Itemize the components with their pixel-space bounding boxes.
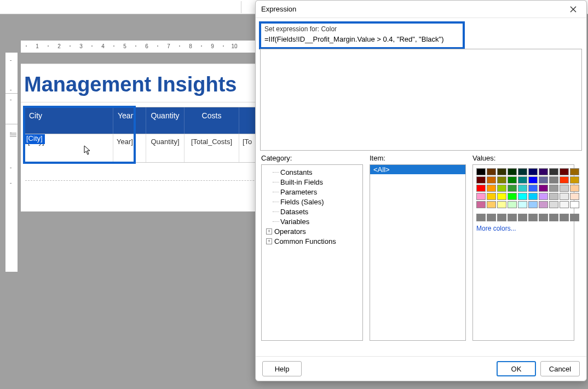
color-swatch[interactable] [497, 176, 506, 184]
item-label: Item: [370, 154, 466, 162]
category-parameters[interactable]: Parameters [263, 187, 361, 197]
color-swatch[interactable] [549, 168, 558, 175]
column-cell-1[interactable]: Year] [113, 134, 146, 162]
category-tree[interactable]: ConstantsBuilt-in FieldsParametersFields… [261, 164, 363, 341]
color-swatch[interactable] [487, 176, 496, 184]
expression-textarea[interactable] [260, 49, 582, 151]
color-swatch[interactable] [570, 201, 579, 208]
color-swatch[interactable] [476, 214, 486, 221]
color-swatch[interactable] [528, 193, 538, 200]
tree-leaf-icon [273, 221, 279, 222]
color-swatch[interactable] [487, 193, 496, 200]
color-swatch[interactable] [476, 201, 486, 208]
color-swatch[interactable] [549, 176, 558, 184]
color-swatch[interactable] [560, 168, 569, 175]
ok-button[interactable]: OK [497, 361, 536, 376]
category-common-functions[interactable]: +Common Functions [263, 236, 361, 246]
color-swatch[interactable] [549, 214, 558, 221]
category-variables[interactable]: Variables [263, 216, 361, 226]
close-icon [570, 6, 577, 13]
column-cell-0[interactable]: [City] [25, 134, 113, 162]
color-swatch[interactable] [497, 201, 506, 208]
color-swatch[interactable] [518, 201, 527, 208]
expression-input[interactable] [264, 35, 459, 44]
tree-leaf-icon [273, 182, 279, 182]
color-swatch[interactable] [497, 193, 506, 200]
color-swatch[interactable] [508, 193, 517, 200]
color-swatch[interactable] [518, 185, 527, 192]
color-swatch[interactable] [549, 185, 558, 192]
color-swatch[interactable] [476, 185, 486, 192]
color-swatch[interactable] [508, 185, 517, 192]
more-colors-link[interactable]: More colors... [476, 225, 570, 232]
color-swatch[interactable] [549, 193, 558, 200]
expand-icon[interactable]: + [266, 228, 272, 234]
item-all[interactable]: <All> [370, 165, 465, 174]
color-swatch[interactable] [570, 214, 579, 221]
expression-input-highlight: Set expression for: Color [259, 21, 465, 49]
color-swatch[interactable] [508, 214, 517, 221]
column-header-1[interactable]: Year [113, 107, 146, 134]
item-list[interactable]: <All> [370, 164, 466, 341]
color-swatch[interactable] [570, 185, 579, 192]
category-constants[interactable]: Constants [263, 167, 361, 177]
column-header-0[interactable]: City [25, 107, 113, 134]
color-swatch[interactable] [570, 193, 579, 200]
color-swatch[interactable] [508, 201, 517, 208]
color-swatch[interactable] [539, 168, 548, 175]
color-swatch[interactable] [508, 176, 517, 184]
color-swatch[interactable] [476, 193, 486, 200]
color-swatch[interactable] [528, 168, 538, 175]
dialog-title: Expression [261, 5, 566, 13]
expand-icon[interactable]: + [266, 238, 272, 244]
color-swatch[interactable] [560, 176, 569, 184]
help-button[interactable]: Help [262, 361, 302, 376]
color-swatch[interactable] [497, 168, 506, 175]
color-swatch[interactable] [539, 185, 548, 192]
color-swatch[interactable] [539, 214, 548, 221]
color-swatch[interactable] [539, 176, 548, 184]
tree-leaf-icon [273, 172, 279, 173]
category-fields-sales-[interactable]: Fields (Sales) [263, 197, 361, 207]
color-swatch[interactable] [476, 168, 486, 175]
color-swatch[interactable] [487, 185, 496, 192]
color-swatch[interactable] [487, 201, 496, 208]
color-swatch[interactable] [476, 176, 486, 184]
dialog-titlebar[interactable]: Expression [256, 1, 586, 18]
color-swatch[interactable] [560, 201, 569, 208]
color-swatch[interactable] [518, 214, 527, 221]
close-button[interactable] [566, 2, 581, 17]
color-swatch[interactable] [560, 185, 569, 192]
color-swatch[interactable] [528, 201, 538, 208]
row-handle-icon[interactable] [10, 131, 16, 138]
color-swatch[interactable] [570, 168, 579, 175]
color-swatch[interactable] [518, 176, 527, 184]
color-swatch[interactable] [570, 176, 579, 184]
color-swatch[interactable] [560, 214, 569, 221]
category-label: Variables [280, 218, 309, 226]
color-swatch[interactable] [528, 214, 538, 221]
category-datasets[interactable]: Datasets [263, 207, 361, 216]
color-swatch[interactable] [560, 193, 569, 200]
color-swatch[interactable] [487, 168, 496, 175]
color-swatch[interactable] [528, 185, 538, 192]
color-swatch[interactable] [508, 168, 517, 175]
color-swatch[interactable] [539, 193, 548, 200]
column-header-2[interactable]: Quantity [146, 107, 185, 134]
cancel-button[interactable]: Cancel [540, 361, 580, 376]
color-swatch[interactable] [549, 201, 558, 208]
column-cell-3[interactable]: [Total_Costs] [185, 134, 239, 162]
category-label: Fields (Sales) [280, 198, 324, 206]
color-swatch[interactable] [497, 214, 506, 221]
color-swatch[interactable] [487, 214, 496, 221]
color-swatch[interactable] [518, 193, 527, 200]
column-header-3[interactable]: Costs [185, 107, 239, 134]
category-operators[interactable]: +Operators [263, 226, 361, 236]
color-swatch[interactable] [539, 201, 548, 208]
category-built-in-fields[interactable]: Built-in Fields [263, 177, 361, 187]
color-swatch[interactable] [497, 185, 506, 192]
column-cell-2[interactable]: Quantity] [146, 134, 185, 162]
color-palette: More colors... [472, 164, 574, 341]
color-swatch[interactable] [528, 176, 538, 184]
color-swatch[interactable] [518, 168, 527, 175]
